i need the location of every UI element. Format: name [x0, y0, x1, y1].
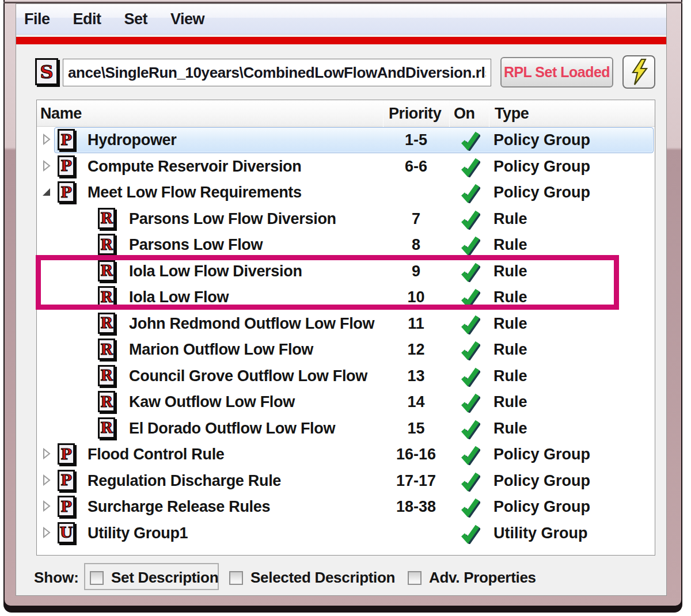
- collapse-arrow-icon[interactable]: [41, 185, 53, 199]
- selected-description-checkbox[interactable]: Selected Description: [229, 569, 395, 587]
- column-header-on[interactable]: On: [454, 105, 475, 123]
- lightning-bolt-icon: [628, 59, 651, 85]
- on-check-icon[interactable]: [449, 181, 489, 206]
- tree-row[interactable]: PHydropower1-5Policy Group: [37, 127, 655, 153]
- expand-arrow-icon[interactable]: [41, 500, 53, 514]
- row-priority-value: 12: [383, 341, 449, 359]
- checkbox-icon[interactable]: [90, 571, 104, 585]
- tree-rows: PHydropower1-5Policy GroupPCompute Reser…: [37, 127, 655, 546]
- tree-row[interactable]: RParsons Low Flow Diversion7Rule: [37, 206, 655, 232]
- rpl-set-loaded-button[interactable]: RPL Set Loaded: [500, 57, 613, 88]
- column-divider: [383, 100, 384, 127]
- row-priority-value: 14: [383, 393, 449, 411]
- row-priority-value: 13: [383, 367, 449, 385]
- on-check-icon[interactable]: [449, 417, 489, 442]
- row-name-label: Utility Group1: [88, 524, 188, 542]
- row-type-label: Policy Group: [493, 498, 590, 516]
- tree-row[interactable]: PCompute Reservoir Diversion6-6Policy Gr…: [37, 153, 655, 180]
- policy-group-icon: P: [58, 155, 75, 177]
- menu-view[interactable]: View: [159, 10, 216, 28]
- rule-icon: R: [98, 234, 115, 255]
- on-check-icon[interactable]: [449, 522, 489, 546]
- row-type-label: Rule: [493, 236, 527, 254]
- on-check-icon[interactable]: [449, 208, 489, 232]
- row-type-label: Policy Group: [493, 158, 590, 176]
- tree-row[interactable]: RParsons Low Flow8Rule: [37, 231, 655, 258]
- adv-properties-checkbox[interactable]: Adv. Properties: [408, 569, 536, 587]
- checkbox-icon[interactable]: [408, 571, 422, 585]
- checkbox-label: Adv. Properties: [429, 569, 536, 587]
- policy-group-icon: P: [58, 496, 75, 517]
- rule-icon: R: [98, 208, 115, 229]
- tree-row[interactable]: RKaw Outflow Low Flow14Rule: [37, 389, 655, 415]
- row-type-label: Rule: [493, 341, 527, 359]
- row-type-label: Policy Group: [493, 446, 590, 463]
- menu-edit[interactable]: Edit: [62, 10, 113, 28]
- checkbox-label: Selected Description: [250, 569, 395, 587]
- column-header-type[interactable]: Type: [495, 105, 529, 123]
- row-name-label: Hydropower: [88, 131, 177, 149]
- expand-arrow-icon[interactable]: [41, 474, 53, 488]
- row-name-label: Parsons Low Flow Diversion: [129, 210, 336, 228]
- red-accent-bar: [16, 37, 666, 44]
- row-name-label: El Dorado Outflow Low Flow: [129, 420, 335, 438]
- row-name-label: John Redmond Outflow Low Flow: [129, 315, 374, 333]
- on-check-icon[interactable]: [449, 313, 489, 337]
- column-divider: [449, 100, 450, 127]
- row-priority-value: 6-6: [383, 158, 449, 176]
- on-check-icon[interactable]: [449, 470, 489, 494]
- show-label: Show:: [34, 569, 79, 587]
- row-type-label: Policy Group: [493, 184, 590, 201]
- tree-row[interactable]: PMeet Low Flow RequirementsPolicy Group: [37, 179, 655, 206]
- tree-row[interactable]: REl Dorado Outflow Low Flow15Rule: [37, 415, 655, 442]
- rpl-set-editor-window: File Edit Set View S RPL Set Loaded Name…: [0, 0, 691, 616]
- menu-set[interactable]: Set: [113, 10, 160, 28]
- policy-group-icon: P: [58, 470, 75, 491]
- tree-row[interactable]: RCouncil Grove Outflow Low Flow13Rule: [37, 363, 655, 389]
- tree-row[interactable]: RMarion Outflow Low Flow12Rule: [37, 336, 655, 363]
- column-header-priority[interactable]: Priority: [389, 105, 441, 123]
- rule-icon: R: [98, 313, 115, 334]
- menu-file[interactable]: File: [23, 10, 62, 28]
- on-check-icon[interactable]: [449, 339, 489, 363]
- checkbox-icon[interactable]: [229, 571, 243, 585]
- expand-arrow-icon[interactable]: [41, 133, 53, 147]
- on-check-icon[interactable]: [449, 129, 489, 153]
- on-check-icon[interactable]: [449, 496, 489, 520]
- on-check-icon[interactable]: [449, 391, 489, 415]
- row-name-label: Regulation Discharge Rule: [88, 472, 281, 490]
- row-priority-value: 16-16: [383, 446, 449, 463]
- tree-row[interactable]: PSurcharge Release Rules18-38Policy Grou…: [37, 493, 655, 520]
- set-description-checkbox[interactable]: Set Description: [90, 569, 218, 587]
- row-type-label: Rule: [493, 420, 527, 438]
- utility-group-icon: U: [58, 522, 75, 543]
- row-priority-value: 11: [383, 315, 449, 333]
- on-check-icon[interactable]: [449, 365, 489, 389]
- expand-arrow-icon[interactable]: [41, 526, 53, 540]
- on-check-icon[interactable]: [449, 443, 489, 467]
- rule-set-tree-table: Name Priority On Type PHydropower1-5Poli…: [36, 100, 655, 556]
- row-priority-value: 7: [383, 210, 449, 228]
- policy-group-icon: P: [58, 181, 75, 203]
- tree-row[interactable]: PRegulation Discharge Rule17-17Policy Gr…: [37, 467, 655, 494]
- set-file-path-input[interactable]: [63, 59, 491, 86]
- execute-button[interactable]: [622, 55, 655, 89]
- expand-arrow-icon[interactable]: [41, 159, 53, 173]
- rpl-set-icon: S: [35, 58, 58, 85]
- row-type-label: Rule: [493, 367, 527, 385]
- policy-group-icon: P: [58, 443, 75, 465]
- row-type-label: Utility Group: [493, 524, 588, 542]
- expand-arrow-icon[interactable]: [41, 447, 53, 461]
- row-name-label: Flood Control Rule: [88, 446, 225, 463]
- tree-row[interactable]: UUtility Group1Utility Group: [37, 520, 655, 546]
- on-check-icon[interactable]: [449, 155, 489, 180]
- tree-row[interactable]: PFlood Control Rule16-16Policy Group: [37, 441, 655, 467]
- row-type-label: Policy Group: [493, 131, 590, 149]
- row-name-label: Marion Outflow Low Flow: [129, 341, 313, 359]
- column-header-name[interactable]: Name: [40, 105, 82, 123]
- annotation-highlight-rectangle: [36, 255, 619, 310]
- row-priority-value: 1-5: [383, 131, 449, 149]
- tree-row[interactable]: RJohn Redmond Outflow Low Flow11Rule: [37, 310, 655, 337]
- on-check-icon[interactable]: [449, 234, 489, 258]
- menu-bar: File Edit Set View: [16, 4, 666, 35]
